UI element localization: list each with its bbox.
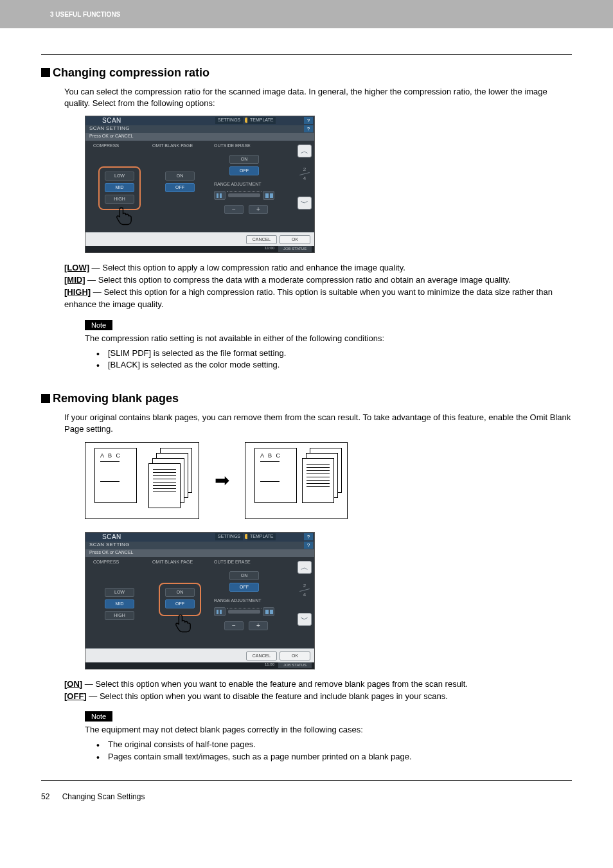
low-key: [LOW]	[64, 263, 89, 272]
compress-label: COMPRESS	[93, 143, 119, 148]
template-button[interactable]: TEMPLATE	[247, 533, 276, 540]
on-key: [ON]	[64, 679, 82, 689]
cancel-button[interactable]: CANCEL	[246, 235, 277, 244]
range-wide-icon	[263, 191, 274, 200]
panel-instruction-bar: Press OK or CANCEL	[85, 133, 314, 141]
omit-definitions: [ON] — Select this option when you want …	[64, 678, 572, 703]
scan-panel: SCAN SETTINGS TEMPLATE ? SCAN SETTING ? …	[85, 116, 315, 253]
help-icon[interactable]: ?	[304, 125, 313, 132]
diagram-abc-page: A B C	[94, 448, 137, 503]
pointer-hand-icon	[173, 611, 195, 634]
range-minus-button[interactable]: −	[224, 205, 244, 214]
scroll-page-bottom: 4	[298, 592, 312, 598]
compress-high-button[interactable]: HIGH	[105, 195, 134, 204]
panel-footer: CANCEL OK	[85, 232, 314, 246]
off-val: — Select this option when you want to di…	[87, 691, 448, 701]
range-plus-button[interactable]: +	[249, 621, 268, 630]
omit-label: OMIT BLANK PAGE	[152, 143, 193, 148]
square-bullet-icon	[41, 68, 50, 77]
panel-body: COMPRESS OMIT BLANK PAGE OUTSIDE ERASE L…	[85, 141, 314, 232]
help-icon[interactable]: ?	[304, 117, 313, 124]
range-minus-button[interactable]: −	[224, 621, 244, 630]
footer-title: Changing Scan Settings	[62, 792, 145, 801]
outside-erase-on-button[interactable]: ON	[229, 155, 259, 164]
outside-erase-off-button[interactable]: OFF	[229, 166, 259, 175]
settings-button[interactable]: SETTINGS	[215, 117, 243, 124]
help-icon[interactable]: ?	[304, 542, 313, 549]
screenshot-panel-2: SCAN SETTINGS TEMPLATE ? SCAN SETTING ? …	[85, 532, 572, 669]
section1-intro: You can select the compression ratio for…	[64, 86, 572, 109]
panel-body: COMPRESS OMIT BLANK PAGE OUTSIDE ERASE L…	[85, 557, 314, 648]
arrow-right-icon: ➡	[215, 470, 229, 491]
compress-mid-button[interactable]: MID	[105, 183, 134, 192]
diagram-after: A B C	[245, 442, 348, 519]
note1-intro: The compression ratio setting is not ava…	[85, 333, 572, 345]
on-val: — Select this option when you want to en…	[82, 679, 468, 689]
range-plus-button[interactable]: +	[249, 205, 268, 214]
scroll-up-button[interactable]: ︿	[298, 145, 312, 157]
scroll-page-top: 2	[298, 166, 312, 172]
high-key: [HIGH]	[64, 287, 91, 297]
panel-subtitle-bar: SCAN SETTING ?	[85, 125, 314, 133]
compress-low-button[interactable]: LOW	[105, 172, 134, 181]
chapter-header-text: 3 USEFUL FUNCTIONS	[50, 11, 120, 18]
rule-top	[41, 54, 572, 55]
screenshot-panel-1: SCAN SETTINGS TEMPLATE ? SCAN SETTING ? …	[85, 116, 572, 253]
diagram-abc-text: A B C	[255, 448, 296, 459]
scroll-up-button[interactable]: ︿	[298, 561, 312, 574]
ok-button[interactable]: OK	[280, 651, 310, 660]
square-bullet-icon	[41, 394, 50, 403]
note1-item1: [SLIM PDF] is selected as the file forma…	[96, 348, 572, 360]
outside-erase-label: OUTSIDE ERASE	[214, 143, 251, 148]
scroll-column: ︿ 2 4 ﹀	[298, 561, 312, 637]
scroll-page-bottom: 4	[298, 175, 312, 181]
panel-statusbar: 11:00 JOB STATUS	[85, 246, 314, 252]
scroll-down-button[interactable]: ﹀	[298, 197, 312, 209]
outside-erase-off-button[interactable]: OFF	[229, 583, 259, 592]
panel-footer: CANCEL OK	[85, 648, 314, 662]
diagram-stack-before	[148, 448, 192, 512]
section2-intro: If your original contains blank pages, y…	[64, 412, 572, 435]
omit-label: OMIT BLANK PAGE	[152, 560, 193, 564]
template-button[interactable]: TEMPLATE	[247, 117, 276, 124]
job-status-button[interactable]: JOB STATUS	[278, 662, 312, 668]
low-val: — Select this option to apply a low comp…	[89, 263, 405, 272]
omit-on-button[interactable]: ON	[165, 172, 195, 181]
outside-erase-on-button[interactable]: ON	[229, 571, 259, 580]
section1-title: Changing compression ratio	[53, 66, 209, 79]
range-slider[interactable]	[228, 610, 260, 614]
range-adjustment-label: RANGE ADJUSTMENT	[214, 182, 262, 186]
scan-panel: SCAN SETTINGS TEMPLATE ? SCAN SETTING ? …	[85, 532, 315, 669]
panel-instruction: Press OK or CANCEL	[89, 550, 133, 554]
ok-button[interactable]: OK	[280, 235, 310, 244]
settings-button[interactable]: SETTINGS	[215, 533, 243, 540]
scroll-down-button[interactable]: ﹀	[298, 613, 312, 626]
page-number: 52	[41, 792, 49, 801]
mid-val: — Select this option to compress the dat…	[85, 275, 511, 285]
diagram-stack-after	[302, 448, 341, 512]
panel-instruction-bar: Press OK or CANCEL	[85, 549, 314, 557]
pointer-hand-icon	[114, 204, 136, 227]
omit-off-button[interactable]: OFF	[165, 183, 195, 192]
status-time: 11:00	[265, 662, 274, 666]
compress-high-button[interactable]: HIGH	[105, 611, 134, 620]
diagram-abc-text: A B C	[95, 448, 136, 459]
note2-intro: The equipment may not detect blank pages…	[85, 724, 572, 736]
cancel-button[interactable]: CANCEL	[246, 651, 277, 660]
range-narrow-icon	[214, 607, 226, 616]
panel-title: SCAN	[102, 117, 121, 124]
rule-bottom	[41, 780, 572, 781]
job-status-button[interactable]: JOB STATUS	[278, 246, 312, 252]
help-icon[interactable]: ?	[304, 533, 313, 540]
diagram-abc-page: A B C	[254, 448, 297, 503]
omit-on-button[interactable]: ON	[165, 588, 195, 597]
range-slider[interactable]	[228, 193, 260, 197]
omit-off-button[interactable]: OFF	[165, 599, 195, 608]
outside-erase-label: OUTSIDE ERASE	[214, 560, 251, 564]
panel-subtitle: SCAN SETTING	[89, 125, 130, 131]
note-label-2: Note	[85, 711, 112, 722]
page-footer: 52 Changing Scan Settings	[0, 792, 613, 801]
scroll-page-top: 2	[298, 583, 312, 589]
compress-mid-button[interactable]: MID	[105, 599, 134, 608]
compress-low-button[interactable]: LOW	[105, 588, 134, 597]
